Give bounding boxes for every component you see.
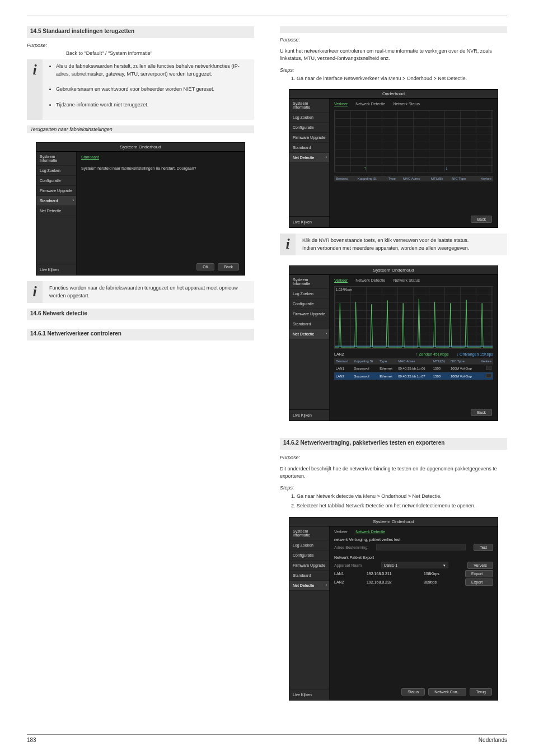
download-arrow-icon: ↓ <box>446 165 448 171</box>
tab-verkeer[interactable]: Verkeer <box>334 278 348 283</box>
section-14-6-2: 14.6.2 Netwerkvertraging, pakketverlies … <box>280 438 507 450</box>
spike-svg <box>335 287 493 348</box>
sidebar-item-netdetectie[interactable]: Net Detectie <box>289 329 329 339</box>
sidebar-item-firmware[interactable]: Firmware Upgrade <box>289 133 329 143</box>
back-button[interactable]: Terug <box>470 688 492 696</box>
nic-table-empty: Bestand Koppeling St Type MAC Adres MTU(… <box>334 176 493 181</box>
device-select[interactable]: USB1-1▾ <box>381 562 448 568</box>
col-verkeer[interactable]: Verkee <box>477 358 493 365</box>
sidebar-item-systeminfo[interactable]: Systeem Informatie <box>289 275 329 289</box>
page-number: 183 <box>27 737 36 743</box>
sidebar-item-logzoeken[interactable]: Log Zoeken <box>289 113 329 123</box>
col-koppeling[interactable]: Koppeling St <box>352 358 378 365</box>
col-koppeling[interactable]: Koppeling St <box>356 176 387 181</box>
sidebar-item-firmware[interactable]: Firmware Upgrade <box>36 186 76 196</box>
heading-back-line: Back to "Default" / "System Informatie" <box>27 50 254 56</box>
cell-verkeer <box>477 372 493 380</box>
back-button[interactable]: Back <box>471 216 492 223</box>
col-mac[interactable]: MAC Adres <box>401 176 429 181</box>
purpose2-text: Dit onderdeel beschrijft hoe de netwerkv… <box>280 465 507 480</box>
sidebar-item-systeminfo[interactable]: Systeem Informatie <box>289 99 329 113</box>
refresh-button[interactable]: Ververs <box>467 562 493 569</box>
col-type[interactable]: Type <box>378 358 396 365</box>
sidebar-item-firmware[interactable]: Firmware Upgrade <box>289 309 329 319</box>
tab-netdetectie[interactable]: Netwerk Detectie <box>355 530 385 534</box>
note3-l1: Klik de NVR bovenstaande toets, en klik … <box>302 237 469 243</box>
addr-label: Adres Bestemming: <box>334 545 368 549</box>
legend-send: Zenden 451Kbps <box>419 352 448 356</box>
sidebar-item-netdetectie[interactable]: Net Detectie <box>36 206 76 216</box>
addr-input[interactable] <box>376 544 466 550</box>
sidebar-item-netdetectie[interactable]: Net Detectie <box>289 153 329 163</box>
blank-band-top <box>280 26 507 33</box>
purpose-label-r: Purpose: <box>280 37 300 43</box>
live-kijken[interactable]: Live Kijken <box>289 216 329 227</box>
live-kijken[interactable]: Live Kijken <box>36 264 76 275</box>
section-14-6-1-title: 14.6.1 Netwerkverkeer controleren <box>30 330 251 337</box>
cell-verkeer <box>477 365 493 372</box>
table-row[interactable]: LAN1 Succesvol Ethernet 00:40:35:bb:1b:0… <box>334 365 493 372</box>
sidebar-item-netdetectie[interactable]: Net Detectie <box>289 581 329 591</box>
chevron-down-icon: ▾ <box>443 563 446 568</box>
test-button[interactable]: Test <box>474 544 493 551</box>
col-bestand[interactable]: Bestand <box>334 176 356 181</box>
sidebar-item-firmware[interactable]: Firmware Upgrade <box>289 561 329 571</box>
tab-verkeer[interactable]: Verkeer <box>334 102 348 106</box>
tab-standaard[interactable]: Standaard <box>81 155 99 160</box>
col-mac[interactable]: MAC Adres <box>396 358 432 365</box>
live-kijken[interactable]: Live Kijken <box>289 689 329 700</box>
sidebar-item-standaard[interactable]: Standaard <box>289 571 329 581</box>
note-box-2: i Functies worden naar de fabriekswaarde… <box>27 281 254 303</box>
export-button[interactable]: Export <box>465 570 493 577</box>
nic-table-data: Bestand Koppeling St Type MAC Adres MTU(… <box>334 358 493 380</box>
sidebar-item-logzoeken[interactable]: Log Zoeken <box>36 166 76 176</box>
shot3-sidebar: Systeem Informatie Log Zoeken Configurat… <box>289 275 330 421</box>
sidebar-item-standaard[interactable]: Standaard <box>36 196 76 206</box>
status-button[interactable]: Status <box>401 688 425 696</box>
back-button[interactable]: Back <box>218 263 239 270</box>
ok-button[interactable]: OK <box>196 263 214 270</box>
dev-bps: 158Kbps <box>424 572 462 576</box>
download-arrow-icon: ↓ Ontvangen 15Kbps <box>457 352 493 356</box>
sidebar-item-standaard[interactable]: Standaard <box>289 143 329 153</box>
sidebar-item-systeminfo[interactable]: Systeem Informatie <box>289 526 329 540</box>
subheading-delay: netwerk Vertraging, pakket verlies test <box>334 538 493 542</box>
sidebar-item-configuratie[interactable]: Configuratie <box>289 550 329 561</box>
section-14-6-title: 14.6 Netwerk detectie <box>30 310 251 316</box>
col-mtu[interactable]: MTU(B) <box>429 176 450 181</box>
sidebar-item-systeminfo[interactable]: Systeem Informatie <box>36 152 76 166</box>
netcon-button[interactable]: Netwerk Con... <box>428 688 466 696</box>
note1-item3: Tijdzone-informatie wordt niet teruggeze… <box>56 101 250 109</box>
cell-mtu: 1500 <box>432 372 449 380</box>
screenshot-verkeer-data: Systeem Onderhoud Systeem Informatie Log… <box>289 265 498 421</box>
traffic-mini-icon <box>486 366 491 370</box>
col-nictype[interactable]: NIC Type <box>449 358 477 365</box>
sidebar-item-configuratie[interactable]: Configuratie <box>289 123 329 133</box>
tab-verkeer[interactable]: Verkeer <box>334 530 348 534</box>
note1-item2: Gebruikersnaam en wachtwoord voor beheer… <box>56 86 250 94</box>
tab-netdetectie[interactable]: Netwerk Detectie <box>355 278 385 283</box>
dev-ip: 192.168.0.211 <box>367 572 420 576</box>
table-row[interactable]: LAN2 Succesvol Ethernet 00:40:35:bb:1b:0… <box>334 372 493 380</box>
sidebar-item-logzoeken[interactable]: Log Zoeken <box>289 289 329 299</box>
top-rule <box>27 16 507 16</box>
live-kijken[interactable]: Live Kijken <box>289 409 329 421</box>
sidebar-item-configuratie[interactable]: Configuratie <box>36 176 76 186</box>
tab-netstatus[interactable]: Netwerk Status <box>393 278 419 283</box>
info-icon: i <box>27 59 43 120</box>
sidebar-item-standaard[interactable]: Standaard <box>289 319 329 329</box>
tab-netdetectie[interactable]: Netwerk Detectie <box>355 102 385 106</box>
col-mtu[interactable]: MTU(B) <box>432 358 449 365</box>
cell-nic: 100M Vol-Dup <box>449 372 477 380</box>
sidebar-item-configuratie[interactable]: Configuratie <box>289 299 329 309</box>
purpose2-label: Purpose: <box>280 455 300 460</box>
sidebar-item-logzoeken[interactable]: Log Zoeken <box>289 540 329 550</box>
export-button[interactable]: Export <box>465 578 493 586</box>
col-bestand[interactable]: Bestand <box>334 358 352 365</box>
col-type[interactable]: Type <box>387 176 401 181</box>
back-button[interactable]: Back <box>471 409 492 416</box>
col-verkeer[interactable]: Verkee <box>474 176 493 181</box>
section-14-6-2-title: 14.6.2 Netwerkvertraging, pakketverlies … <box>283 440 504 446</box>
col-nictype[interactable]: NIC Type <box>450 176 474 181</box>
tab-netstatus[interactable]: Netwerk Status <box>393 102 419 106</box>
